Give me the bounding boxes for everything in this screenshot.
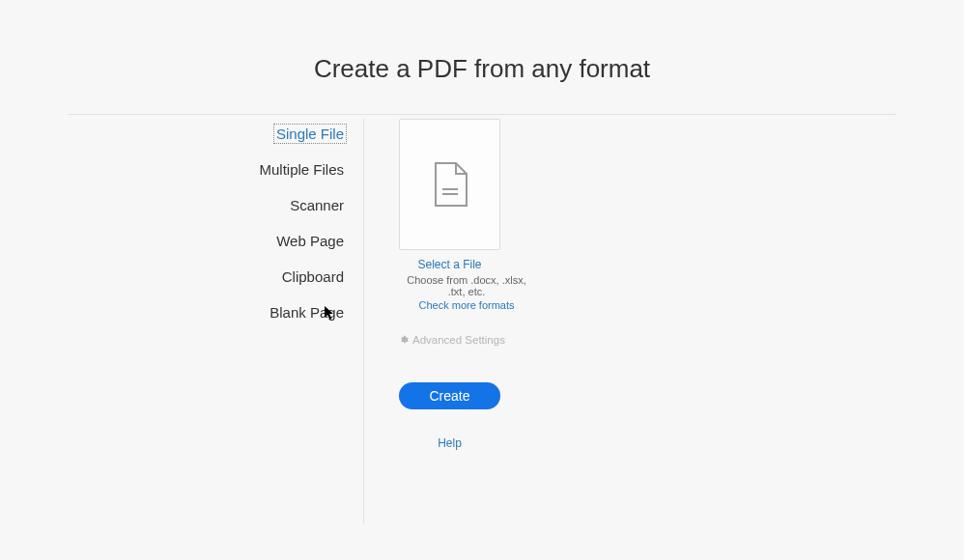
help-link[interactable]: Help [399,436,500,450]
select-file-link[interactable]: Select a File [399,258,500,271]
create-button[interactable]: Create [399,382,500,409]
advanced-settings-label: Advanced Settings [412,334,505,346]
choose-from-text: Choose from .docx, .xlsx, .txt, etc. [399,274,534,297]
main-panel: Single File Multiple Files Scanner Web P… [0,119,964,524]
tab-clipboard[interactable]: Clipboard [280,267,346,286]
sidebar: Single File Multiple Files Scanner Web P… [0,119,364,524]
check-formats-link[interactable]: Check more formats [399,299,534,311]
info-section: Choose from .docx, .xlsx, .txt, etc. Che… [399,271,534,311]
advanced-settings: Advanced Settings [399,334,505,346]
gear-icon [399,335,409,345]
content-area: Select a File Choose from .docx, .xlsx, … [364,119,964,524]
file-dropzone[interactable] [399,119,500,250]
tab-scanner[interactable]: Scanner [288,196,346,214]
tab-web-page[interactable]: Web Page [274,232,346,250]
tab-single-file[interactable]: Single File [274,125,346,143]
page-title: Create a PDF from any format [0,0,964,101]
tab-multiple-files[interactable]: Multiple Files [257,160,346,179]
file-icon [433,162,468,207]
tab-blank-page[interactable]: Blank Page [268,303,346,322]
horizontal-divider [68,114,896,115]
